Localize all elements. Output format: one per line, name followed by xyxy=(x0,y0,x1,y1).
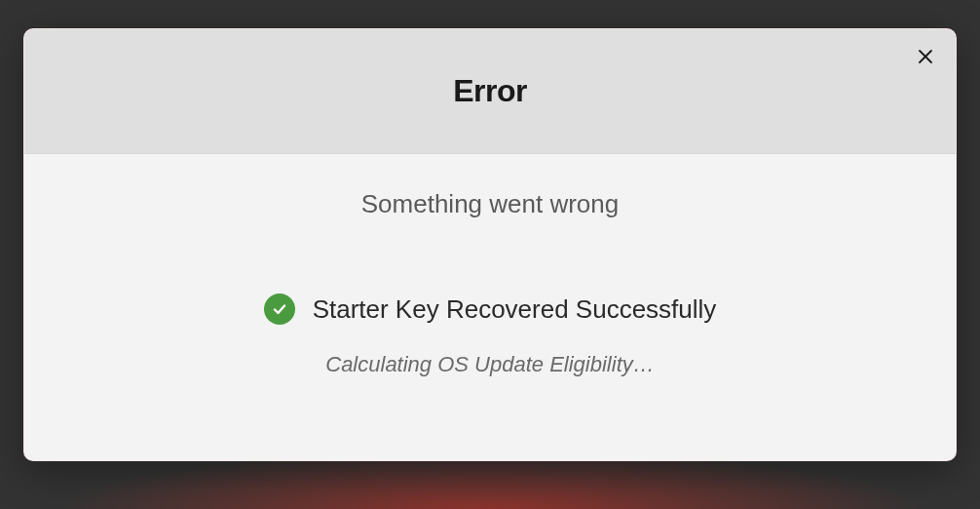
status-text: Starter Key Recovered Successfully xyxy=(313,294,717,325)
dialog-header: Error xyxy=(24,29,956,154)
status-block: Starter Key Recovered Successfully Calcu… xyxy=(24,294,956,377)
status-line: Starter Key Recovered Successfully xyxy=(24,294,956,325)
error-message: Something went wrong xyxy=(24,189,956,219)
dialog-title: Error xyxy=(453,73,527,109)
close-icon xyxy=(918,49,933,67)
check-circle-icon xyxy=(264,294,295,325)
sub-status-text: Calculating OS Update Eligibility… xyxy=(24,352,956,377)
error-dialog: Error Something went wrong Starter Key R… xyxy=(23,28,957,461)
dialog-body: Something went wrong Starter Key Recover… xyxy=(24,154,956,377)
close-button[interactable] xyxy=(911,43,940,72)
